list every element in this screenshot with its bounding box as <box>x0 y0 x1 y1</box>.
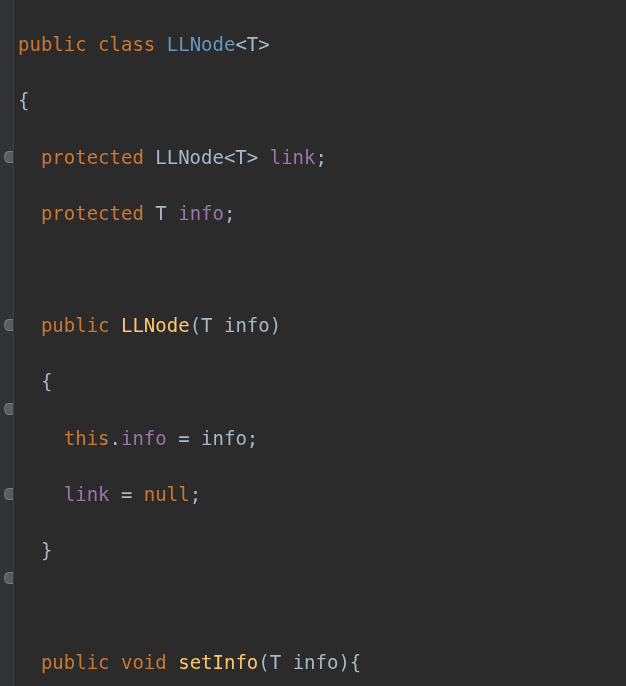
generic-param: <T> <box>235 33 269 55</box>
gutter-marker <box>4 319 13 331</box>
code-line <box>18 255 622 283</box>
paren: ) <box>270 314 281 336</box>
gutter-marker <box>4 572 13 584</box>
gutter-marker <box>4 403 13 415</box>
code-line: protected LLNode<T> link; <box>18 143 622 171</box>
code-line: { <box>18 86 622 114</box>
gutter-marker <box>4 488 13 500</box>
keyword: public <box>41 314 110 336</box>
param-type: T <box>201 314 212 336</box>
brace: { <box>18 89 29 111</box>
field: link <box>270 146 316 168</box>
equals: = <box>110 483 144 505</box>
param-name: info <box>224 314 270 336</box>
keyword: public <box>41 651 110 673</box>
editor-gutter <box>0 0 14 686</box>
code-line: protected T info; <box>18 199 622 227</box>
brace: { <box>18 370 52 392</box>
field: info <box>121 427 167 449</box>
paren: ( <box>258 651 269 673</box>
keyword: protected <box>41 146 144 168</box>
code-line <box>18 592 622 620</box>
semicolon: ; <box>224 202 235 224</box>
code-editor[interactable]: public class LLNode<T> { protected LLNod… <box>14 0 626 686</box>
field: info <box>178 202 224 224</box>
type: T <box>155 202 166 224</box>
class-name: LLNode <box>167 33 236 55</box>
keyword: class <box>98 33 155 55</box>
code-line: this.info = info; <box>18 424 622 452</box>
code-line: } <box>18 536 622 564</box>
method-name: setInfo <box>178 651 258 673</box>
keyword: void <box>121 651 167 673</box>
equals: = <box>167 427 201 449</box>
dot: . <box>110 427 121 449</box>
code-line: public void setInfo(T info){ <box>18 648 622 676</box>
semicolon: ; <box>190 483 201 505</box>
paren: ( <box>190 314 201 336</box>
code-line: link = null; <box>18 480 622 508</box>
code-line: public LLNode(T info) <box>18 311 622 339</box>
this-keyword: this <box>64 427 110 449</box>
semicolon: ; <box>315 146 326 168</box>
null-literal: null <box>144 483 190 505</box>
code-line: { <box>18 367 622 395</box>
type: LLNode<T> <box>155 146 258 168</box>
param-name: info <box>293 651 339 673</box>
gutter-marker <box>4 151 13 163</box>
semicolon: ; <box>247 427 258 449</box>
field: link <box>64 483 110 505</box>
brace: } <box>18 539 52 561</box>
constructor-name: LLNode <box>121 314 190 336</box>
paren: ){ <box>338 651 361 673</box>
keyword: public <box>18 33 87 55</box>
keyword: protected <box>41 202 144 224</box>
param-type: T <box>270 651 281 673</box>
param-ref: info <box>201 427 247 449</box>
code-line: public class LLNode<T> <box>18 30 622 58</box>
